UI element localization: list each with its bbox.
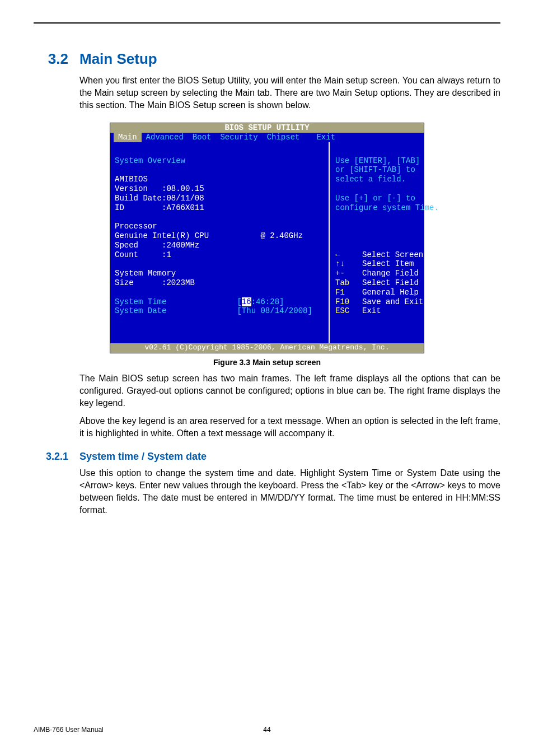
system-date-label[interactable]: System Date	[115, 306, 166, 315]
bios-build-row: Build Date:08/11/08	[115, 194, 204, 203]
bios-footer: v02.61 (C)Copyright 1985-2006, American …	[110, 343, 424, 353]
bios-id-row: ID :A766X011	[115, 203, 204, 212]
legend-key-left: ←	[335, 250, 362, 260]
legend-label-exit: Exit	[362, 306, 381, 316]
subsection-number: 3.2.1	[34, 451, 68, 463]
legend-row: F10Save and Exit	[335, 297, 439, 307]
legend-label-select-item: Select Item	[362, 259, 414, 269]
processor-label: Processor	[115, 222, 157, 231]
help-msg-1: Use [ENTER], [TAB]	[335, 156, 420, 165]
help-msg-5: configure system Time.	[335, 203, 439, 212]
section-number: 3.2	[34, 50, 68, 68]
legend-row: F1General Help	[335, 288, 439, 297]
processor-name-row: Genuine Intel(R) CPU @ 2.40GHz	[115, 231, 303, 240]
help-msg-3: select a field.	[335, 175, 406, 184]
system-date-value[interactable]: [Thu 08/14/2008]	[237, 306, 312, 315]
bios-tab-exit[interactable]: Exit	[312, 133, 340, 142]
bios-tab-row: Main Advanced Boot Security Chipset Exit	[110, 133, 424, 142]
processor-count-row: Count :1	[115, 250, 171, 259]
legend-label-change-field: Change Field	[362, 269, 419, 278]
system-overview-label: System Overview	[115, 156, 185, 165]
bios-left-pane: System Overview AMIBIOS Version :08.00.1…	[110, 142, 329, 343]
legend-key-updown: ↑↓	[335, 259, 362, 269]
section-heading: 3.2 Main Setup	[34, 50, 500, 68]
bios-version-row: Version :08.00.15	[115, 184, 204, 193]
legend-row: ESCExit	[335, 306, 439, 316]
top-rule	[34, 22, 500, 24]
legend-label-select-field: Select Field	[362, 278, 419, 288]
help-msg-2: or [SHIFT-TAB] to	[335, 165, 415, 174]
legend-label-select-screen: Select Screen	[362, 250, 423, 260]
bios-tab-boot[interactable]: Boot	[188, 133, 216, 142]
system-time-hours[interactable]: 16	[242, 297, 251, 306]
bios-screenshot: BIOS SETUP UTILITY Main Advanced Boot Se…	[110, 123, 424, 353]
memory-size-row: Size :2023MB	[115, 278, 195, 287]
amibios-label: AMIBIOS	[115, 175, 148, 184]
subsection-heading: 3.2.1 System time / System date	[34, 451, 500, 463]
figure-caption: Figure 3.3 Main setup screen	[34, 358, 500, 367]
paragraph-2: The Main BIOS setup screen has two main …	[79, 372, 500, 409]
footer-manual-name: AIMB-766 User Manual	[34, 726, 104, 734]
legend-key-tab: Tab	[335, 278, 362, 288]
paragraph-3: Above the key legend is an area reserved…	[79, 415, 500, 440]
legend-label-general-help: General Help	[362, 288, 419, 297]
memory-label: System Memory	[115, 269, 176, 278]
intro-paragraph: When you first enter the BIOS Setup Util…	[79, 74, 500, 111]
bios-tab-security[interactable]: Security	[216, 133, 262, 142]
bios-tab-main[interactable]: Main	[114, 133, 142, 142]
legend-row: ←Select Screen	[335, 250, 439, 260]
legend-row: TabSelect Field	[335, 278, 439, 288]
legend-key-plusminus: +-	[335, 269, 362, 278]
footer-page-number: 44	[263, 726, 270, 734]
legend-label-save-exit: Save and Exit	[362, 297, 423, 307]
bios-title: BIOS SETUP UTILITY	[110, 123, 424, 133]
subsection-title: System time / System date	[79, 451, 207, 463]
legend-row: +-Change Field	[335, 269, 439, 278]
section-title: Main Setup	[79, 50, 157, 68]
legend-key-f1: F1	[335, 288, 362, 297]
legend-key-f10: F10	[335, 297, 362, 307]
system-time-rest[interactable]: :46:28]	[251, 297, 284, 306]
help-msg-4: Use [+] or [-] to	[335, 194, 415, 203]
bios-right-pane: Use [ENTER], [TAB] or [SHIFT-TAB] to sel…	[329, 142, 443, 343]
processor-speed-row: Speed :2400MHz	[115, 241, 199, 250]
page-footer: AIMB-766 User Manual 44	[34, 726, 500, 734]
bios-tab-advanced[interactable]: Advanced	[142, 133, 188, 142]
system-time-label[interactable]: System Time	[115, 297, 166, 306]
system-time-bracket-open: [	[237, 297, 241, 306]
legend-row: ↑↓Select Item	[335, 259, 439, 269]
paragraph-4: Use this option to change the system tim…	[79, 467, 500, 516]
legend-key-esc: ESC	[335, 306, 362, 316]
bios-tab-chipset[interactable]: Chipset	[263, 133, 305, 142]
